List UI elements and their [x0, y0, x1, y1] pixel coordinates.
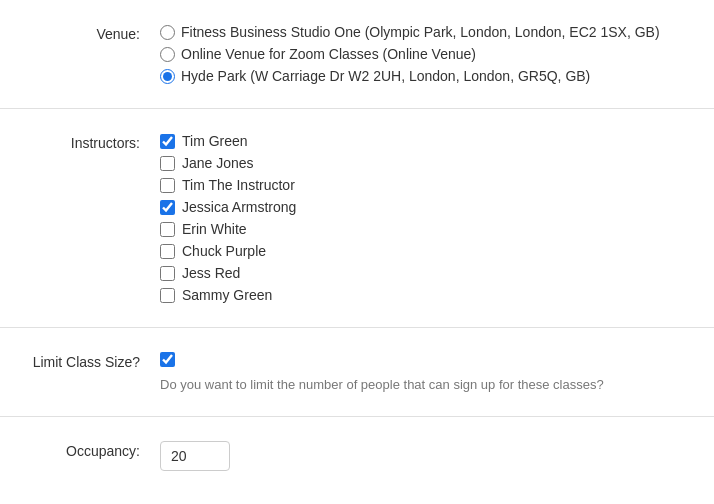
- venue-label: Venue:: [20, 24, 160, 42]
- limit-class-size-checkbox[interactable]: [160, 352, 175, 367]
- venue-row: Venue: Fitness Business Studio One (Olym…: [0, 18, 714, 90]
- limit-content: Do you want to limit the number of peopl…: [160, 352, 694, 392]
- instructors-options: Tim GreenJane JonesTim The InstructorJes…: [160, 133, 694, 303]
- occupancy-label: Occupancy:: [20, 441, 160, 459]
- instructor-option-4[interactable]: Erin White: [160, 221, 694, 237]
- limit-section: Limit Class Size? Do you want to limit t…: [0, 328, 714, 417]
- instructor-name-2: Tim The Instructor: [182, 177, 295, 193]
- instructor-option-1[interactable]: Jane Jones: [160, 155, 694, 171]
- venue-option-0[interactable]: Fitness Business Studio One (Olympic Par…: [160, 24, 694, 40]
- venue-option-text-2: Hyde Park (W Carriage Dr W2 2UH, London,…: [181, 68, 590, 84]
- limit-hint-text: Do you want to limit the number of peopl…: [160, 377, 694, 392]
- instructor-checkbox-1[interactable]: [160, 156, 175, 171]
- limit-row: Limit Class Size? Do you want to limit t…: [0, 346, 714, 398]
- venue-option-text-0: Fitness Business Studio One (Olympic Par…: [181, 24, 660, 40]
- instructor-checkbox-3[interactable]: [160, 200, 175, 215]
- instructor-checkbox-0[interactable]: [160, 134, 175, 149]
- venue-option-1[interactable]: Online Venue for Zoom Classes (Online Ve…: [160, 46, 694, 62]
- instructor-checkbox-4[interactable]: [160, 222, 175, 237]
- venue-radio-0[interactable]: [160, 25, 175, 40]
- instructor-option-5[interactable]: Chuck Purple: [160, 243, 694, 259]
- instructor-name-4: Erin White: [182, 221, 247, 237]
- instructor-name-6: Jess Red: [182, 265, 240, 281]
- instructor-checkbox-7[interactable]: [160, 288, 175, 303]
- venue-option-2[interactable]: Hyde Park (W Carriage Dr W2 2UH, London,…: [160, 68, 694, 84]
- instructor-name-5: Chuck Purple: [182, 243, 266, 259]
- instructor-name-0: Tim Green: [182, 133, 248, 149]
- instructor-name-7: Sammy Green: [182, 287, 272, 303]
- instructor-option-0[interactable]: Tim Green: [160, 133, 694, 149]
- instructor-option-6[interactable]: Jess Red: [160, 265, 694, 281]
- instructor-option-7[interactable]: Sammy Green: [160, 287, 694, 303]
- instructors-row: Instructors: Tim GreenJane JonesTim The …: [0, 127, 714, 309]
- instructor-checkbox-2[interactable]: [160, 178, 175, 193]
- venue-option-text-1: Online Venue for Zoom Classes (Online Ve…: [181, 46, 476, 62]
- occupancy-row: Occupancy:: [0, 435, 714, 477]
- occupancy-content: [160, 441, 694, 471]
- venue-radio-2[interactable]: [160, 69, 175, 84]
- venue-options: Fitness Business Studio One (Olympic Par…: [160, 24, 694, 84]
- occupancy-input[interactable]: [160, 441, 230, 471]
- instructor-checkbox-6[interactable]: [160, 266, 175, 281]
- instructor-name-3: Jessica Armstrong: [182, 199, 296, 215]
- venue-radio-1[interactable]: [160, 47, 175, 62]
- limit-checkbox-option[interactable]: [160, 352, 694, 367]
- instructor-option-2[interactable]: Tim The Instructor: [160, 177, 694, 193]
- instructors-label: Instructors:: [20, 133, 160, 151]
- occupancy-section: Occupancy:: [0, 417, 714, 495]
- instructor-checkbox-5[interactable]: [160, 244, 175, 259]
- limit-label: Limit Class Size?: [20, 352, 160, 370]
- instructor-name-1: Jane Jones: [182, 155, 254, 171]
- venue-section: Venue: Fitness Business Studio One (Olym…: [0, 0, 714, 109]
- instructor-option-3[interactable]: Jessica Armstrong: [160, 199, 694, 215]
- instructors-section: Instructors: Tim GreenJane JonesTim The …: [0, 109, 714, 328]
